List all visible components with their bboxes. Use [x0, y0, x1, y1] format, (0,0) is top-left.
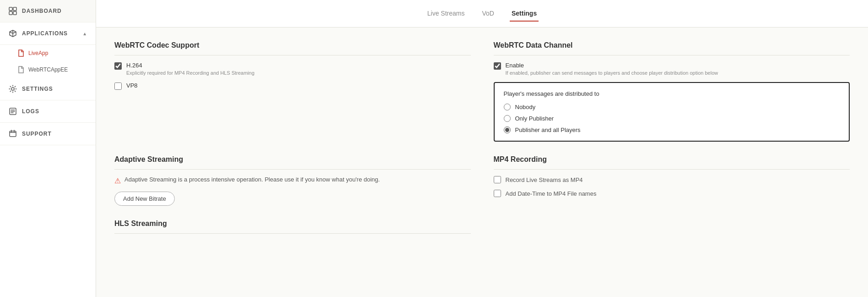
- add-new-bitrate-button[interactable]: Add New Bitrate: [114, 192, 175, 206]
- gear-icon: [8, 84, 17, 94]
- file-red-icon: [17, 50, 25, 57]
- record-live-checkbox[interactable]: [494, 176, 501, 183]
- mp4-recording-section: MP4 Recording Record Live Streams as MP4…: [494, 155, 850, 206]
- vp8-checkbox[interactable]: [114, 82, 122, 90]
- vp8-checkbox-row: VP8: [114, 82, 471, 90]
- distribution-title: Player's messages are distributed to: [504, 90, 840, 97]
- sidebar: DASHBOARD APPLICATIONS ▲ LiveApp WebR: [0, 0, 96, 297]
- sidebar-item-settings[interactable]: SETTINGS: [0, 78, 96, 100]
- record-live-label: Record Live Streams as MP4: [506, 176, 583, 183]
- record-live-row: Record Live Streams as MP4: [494, 176, 850, 183]
- adaptive-streaming-title: Adaptive Streaming: [114, 155, 471, 170]
- enable-sublabel: If enabled, publisher can send messages …: [506, 70, 718, 76]
- sidebar-item-webrtcappee-label: WebRTCAppEE: [28, 66, 68, 73]
- radio-publisher-all-players-label: Publisher and all Players: [515, 126, 581, 133]
- main-area: Live Streams VoD Settings WebRTC Codec S…: [96, 0, 868, 297]
- sidebar-item-liveapp[interactable]: LiveApp: [0, 45, 96, 61]
- add-datetime-row: Add Date-Time to MP4 File names: [494, 190, 850, 197]
- enable-checkbox-row: Enable If enabled, publisher can send me…: [494, 62, 850, 76]
- sidebar-item-logs[interactable]: LOGS: [0, 100, 96, 123]
- h264-checkbox-row: H.264 Explicitly required for MP4 Record…: [114, 62, 471, 76]
- add-datetime-label: Add Date-Time to MP4 File names: [506, 190, 597, 197]
- webrtc-codec-section: WebRTC Codec Support H.264 Explicitly re…: [114, 41, 471, 142]
- tab-vod[interactable]: VoD: [480, 6, 496, 22]
- sidebar-item-dashboard[interactable]: DASHBOARD: [0, 0, 96, 22]
- adaptive-streaming-warning-text: Adaptive Streaming is a process intensiv…: [124, 176, 380, 183]
- svg-rect-3: [13, 11, 16, 15]
- hls-streaming-title: HLS Streaming: [114, 220, 471, 234]
- sidebar-item-applications-label: APPLICATIONS: [22, 30, 68, 37]
- enable-checkbox[interactable]: [494, 62, 501, 70]
- webrtc-data-channel-section: WebRTC Data Channel Enable If enabled, p…: [494, 41, 850, 142]
- collapse-arrow-icon: ▲: [82, 31, 87, 36]
- distribution-box: Player's messages are distributed to Nob…: [494, 82, 850, 142]
- sidebar-item-liveapp-label: LiveApp: [28, 50, 48, 56]
- enable-label-group: Enable If enabled, publisher can send me…: [506, 62, 718, 76]
- svg-rect-6: [10, 131, 16, 137]
- h264-label-group: H.264 Explicitly required for MP4 Record…: [126, 62, 254, 76]
- svg-rect-1: [13, 7, 16, 11]
- sidebar-item-support[interactable]: SUPPORT: [0, 123, 96, 145]
- adaptive-streaming-warning-row: ⚠ Adaptive Streaming is a process intens…: [114, 176, 471, 185]
- svg-point-4: [11, 88, 14, 90]
- grid-icon: [8, 6, 17, 16]
- webrtc-codec-title: WebRTC Codec Support: [114, 41, 471, 55]
- warning-icon: ⚠: [114, 176, 121, 185]
- top-nav: Live Streams VoD Settings: [96, 0, 868, 28]
- logs-icon: [8, 107, 17, 116]
- radio-nobody-row: Nobody: [504, 104, 840, 110]
- sidebar-item-support-label: SUPPORT: [22, 131, 52, 137]
- radio-publisher-all-players-row: Publisher and all Players: [504, 126, 840, 133]
- mp4-recording-title: MP4 Recording: [494, 155, 850, 170]
- enable-label: Enable: [506, 62, 718, 69]
- add-datetime-checkbox[interactable]: [494, 190, 501, 197]
- h264-label: H.264: [126, 62, 254, 69]
- sidebar-item-applications[interactable]: APPLICATIONS ▲: [0, 22, 96, 45]
- radio-nobody-label: Nobody: [515, 104, 536, 110]
- svg-rect-0: [9, 7, 12, 11]
- sidebar-item-settings-label: SETTINGS: [22, 86, 53, 92]
- sidebar-item-webrtcappee[interactable]: WebRTCAppEE: [0, 61, 96, 78]
- svg-rect-2: [9, 11, 12, 15]
- h264-sublabel: Explicitly required for MP4 Recording an…: [126, 70, 254, 76]
- radio-only-publisher-label: Only Publisher: [515, 115, 554, 122]
- content-area: WebRTC Codec Support H.264 Explicitly re…: [96, 28, 868, 297]
- radio-only-publisher[interactable]: [504, 115, 511, 122]
- tab-live-streams[interactable]: Live Streams: [426, 6, 467, 22]
- h264-checkbox[interactable]: [114, 62, 122, 70]
- file-gray-icon: [17, 66, 25, 73]
- support-icon: [8, 129, 17, 138]
- sidebar-item-logs-label: LOGS: [22, 108, 39, 115]
- hls-streaming-section: HLS Streaming: [114, 220, 471, 234]
- box-icon: [8, 29, 17, 38]
- webrtc-data-channel-title: WebRTC Data Channel: [494, 41, 850, 55]
- vp8-label: VP8: [126, 82, 138, 89]
- radio-only-publisher-row: Only Publisher: [504, 115, 840, 122]
- radio-publisher-all-players[interactable]: [504, 126, 511, 133]
- tab-settings[interactable]: Settings: [510, 6, 539, 22]
- sidebar-item-dashboard-label: DASHBOARD: [22, 8, 62, 14]
- adaptive-streaming-section: Adaptive Streaming ⚠ Adaptive Streaming …: [114, 155, 471, 206]
- radio-nobody[interactable]: [504, 104, 511, 110]
